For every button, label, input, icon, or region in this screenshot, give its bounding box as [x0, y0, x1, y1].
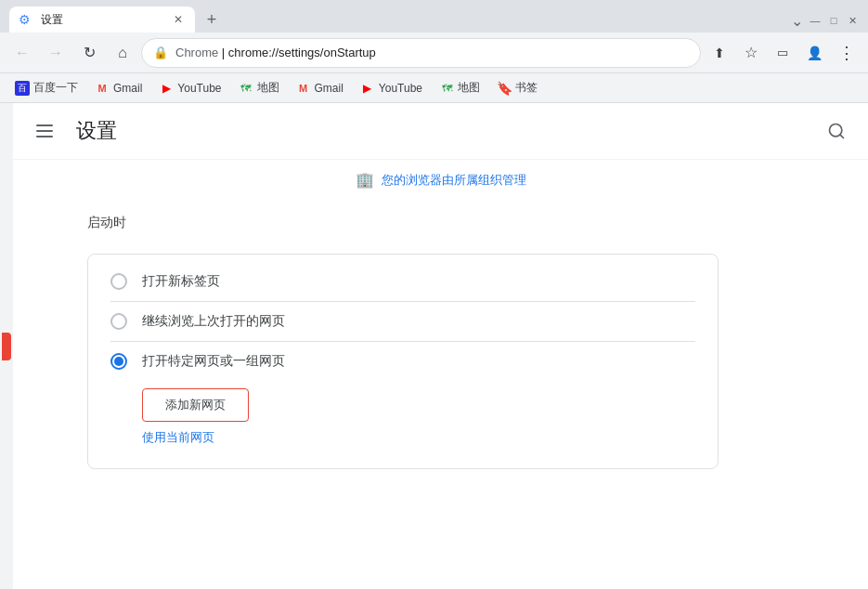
- radio-new-tab[interactable]: [110, 273, 127, 290]
- hamburger-line-2: [36, 130, 53, 132]
- active-tab[interactable]: ⚙ 设置 ✕: [9, 7, 195, 33]
- option-continue-label: 继续浏览上次打开的网页: [142, 313, 285, 330]
- tab-close-button[interactable]: ✕: [171, 12, 186, 27]
- startup-sub-options: 添加新网页 使用当前网页: [88, 381, 718, 461]
- nav-actions: ⬆ ☆ ▭ 👤 ⋮: [705, 38, 861, 68]
- bookmark-bookmarks[interactable]: 🔖 书签: [489, 76, 545, 99]
- hamburger-line-1: [36, 124, 53, 126]
- bookmark-label: Gmail: [315, 82, 343, 95]
- page-title: 设置: [76, 117, 117, 145]
- search-button[interactable]: [820, 114, 853, 148]
- sidebar: [0, 103, 13, 589]
- option-new-tab-label: 打开新标签页: [142, 273, 220, 290]
- radio-continue[interactable]: [110, 313, 127, 330]
- close-button[interactable]: [844, 12, 861, 29]
- section-label: 启动时: [87, 207, 831, 239]
- option-specific[interactable]: 打开特定网页或一组网页: [88, 342, 718, 381]
- use-current-link[interactable]: 使用当前网页: [142, 429, 695, 446]
- tab-strip: ⚙ 设置 ✕ +: [0, 7, 788, 33]
- forward-button[interactable]: →: [41, 38, 71, 68]
- bookmark-button[interactable]: ☆: [736, 38, 766, 68]
- managed-text: 您的浏览器由所属组织管理: [382, 172, 526, 189]
- tab-title: 设置: [41, 12, 163, 28]
- hamburger-line-3: [36, 136, 53, 137]
- sidebar-indicator: [2, 333, 11, 360]
- address-bar[interactable]: 🔒 Chrome | chrome://settings/onStartup: [141, 38, 701, 68]
- title-bar: ⚙ 设置 ✕ + ⌄: [0, 0, 868, 33]
- radio-specific[interactable]: [110, 353, 127, 370]
- bookmark-label: 百度一下: [33, 80, 78, 96]
- map-favicon-1: 🗺: [239, 81, 253, 96]
- tab-favicon: ⚙: [19, 12, 33, 27]
- bookmarks-bar: 百 百度一下 M Gmail ▶ YouTube 🗺 地图 M Gmail ▶ …: [0, 73, 868, 103]
- address-text: Chrome | chrome://settings/onStartup: [175, 46, 689, 59]
- svg-line-1: [840, 135, 844, 138]
- chevron-down-icon[interactable]: ⌄: [788, 12, 805, 29]
- map-favicon-2: 🗺: [439, 81, 454, 96]
- restore-button[interactable]: [825, 12, 842, 29]
- menu-button[interactable]: ⋮: [831, 38, 861, 68]
- radio-inner-specific: [114, 357, 123, 366]
- share-button[interactable]: ⬆: [705, 38, 734, 68]
- bookmark-label: 书签: [515, 80, 538, 96]
- bookmark-label: YouTube: [379, 82, 422, 95]
- cast-button[interactable]: ▭: [768, 38, 797, 68]
- search-icon: [827, 122, 846, 140]
- address-scheme: Chrome: [175, 46, 218, 59]
- bookmark-map-2[interactable]: 🗺 地图: [432, 76, 487, 99]
- bookmark-favicon: 🔖: [497, 81, 512, 96]
- bookmark-gmail-2[interactable]: M Gmail: [289, 77, 351, 99]
- hamburger-button[interactable]: [28, 114, 61, 148]
- security-icon: 🔒: [153, 46, 168, 59]
- reload-button[interactable]: ↻: [74, 38, 104, 68]
- bookmark-label: 地图: [257, 80, 279, 96]
- settings-panel: 设置 🏢 您的浏览器由所属组织管理 启动时 打开新标签页: [13, 103, 868, 589]
- back-button[interactable]: ←: [7, 38, 37, 68]
- bookmark-gmail-1[interactable]: M Gmail: [87, 77, 149, 99]
- address-separator: |: [218, 46, 228, 59]
- bookmark-label: 地图: [458, 80, 480, 96]
- account-button[interactable]: 👤: [799, 38, 829, 68]
- startup-section: 启动时 打开新标签页 继续浏览上次打开的网页: [13, 200, 868, 488]
- gmail-favicon-1: M: [95, 81, 110, 96]
- navigation-bar: ← → ↻ ⌂ 🔒 Chrome | chrome://settings/onS…: [0, 33, 868, 73]
- startup-options-card: 打开新标签页 继续浏览上次打开的网页 打开特定网页或一组网页: [87, 254, 719, 469]
- settings-header: 设置: [13, 103, 868, 160]
- option-specific-label: 打开特定网页或一组网页: [142, 353, 285, 370]
- add-page-button[interactable]: 添加新网页: [142, 388, 249, 422]
- bookmark-map-1[interactable]: 🗺 地图: [231, 76, 287, 99]
- managed-icon: 🏢: [356, 171, 374, 189]
- option-new-tab[interactable]: 打开新标签页: [88, 262, 718, 301]
- bookmark-label: Gmail: [113, 82, 142, 95]
- content-area: 设置 🏢 您的浏览器由所属组织管理 启动时 打开新标签页: [0, 103, 868, 589]
- minimize-button[interactable]: [807, 12, 823, 29]
- youtube-favicon-2: ▶: [360, 81, 375, 96]
- gmail-favicon-2: M: [296, 81, 311, 96]
- bookmark-youtube-1[interactable]: ▶ YouTube: [151, 77, 228, 99]
- managed-notice[interactable]: 🏢 您的浏览器由所属组织管理: [13, 160, 868, 200]
- youtube-favicon-1: ▶: [159, 81, 174, 96]
- baidu-favicon: 百: [15, 81, 30, 96]
- option-continue[interactable]: 继续浏览上次打开的网页: [88, 302, 718, 341]
- bookmark-youtube-2[interactable]: ▶ YouTube: [353, 77, 430, 99]
- new-tab-button[interactable]: +: [199, 8, 225, 31]
- home-button[interactable]: ⌂: [108, 38, 137, 68]
- bookmark-baidu[interactable]: 百 百度一下: [7, 76, 85, 99]
- address-path: chrome://settings/onStartup: [228, 46, 376, 59]
- bookmark-label: YouTube: [177, 82, 221, 95]
